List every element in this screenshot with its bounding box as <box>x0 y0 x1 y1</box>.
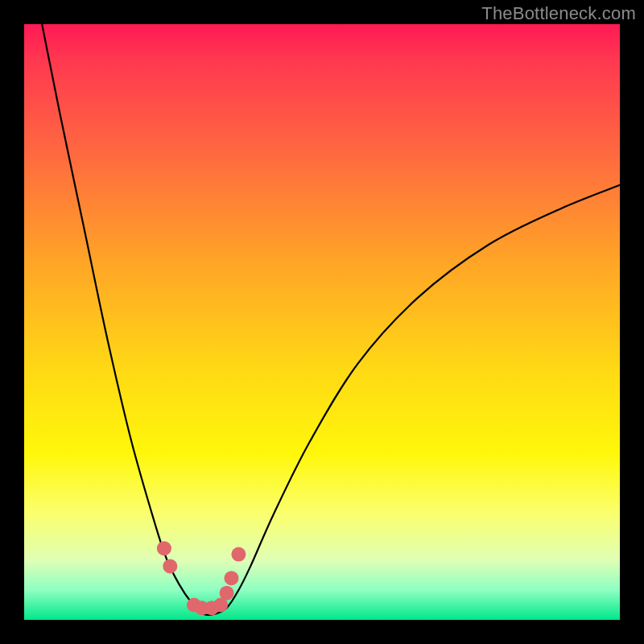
bottleneck-curve <box>24 24 620 615</box>
highlight-marker <box>225 571 239 585</box>
highlight-marker <box>231 547 246 562</box>
marker-layer <box>157 541 246 615</box>
curve-layer <box>24 24 620 615</box>
highlight-marker <box>157 541 171 555</box>
chart-frame: TheBottleneck.com <box>0 0 644 644</box>
watermark-text: TheBottleneck.com <box>481 3 636 24</box>
highlight-marker <box>220 586 234 601</box>
plot-area <box>24 24 620 620</box>
highlight-marker <box>163 559 177 573</box>
chart-svg <box>24 24 620 620</box>
